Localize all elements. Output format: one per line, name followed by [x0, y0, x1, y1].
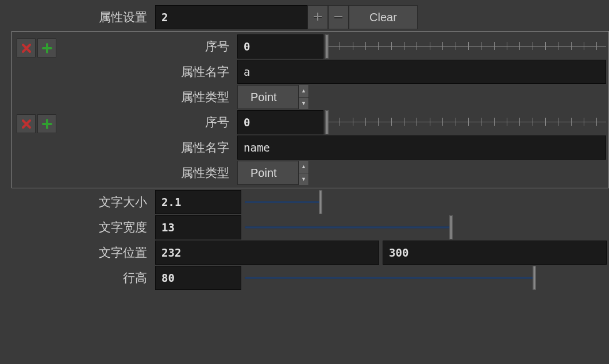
- text-size-input[interactable]: [155, 190, 241, 214]
- minus-icon: [334, 13, 343, 22]
- line-height-input[interactable]: [155, 266, 241, 290]
- clear-button[interactable]: Clear: [349, 5, 418, 29]
- attr-name-label: 属性名字: [56, 140, 237, 156]
- add-attr-button[interactable]: [37, 114, 56, 133]
- spinner-icon: ▲▼: [298, 85, 309, 109]
- text-width-row: 文字宽度: [0, 215, 609, 240]
- add-button[interactable]: [307, 5, 328, 29]
- text-width-slider[interactable]: [245, 215, 607, 239]
- attribute-list: 序号 属性名字 属性类型 Point ▲▼: [11, 31, 609, 188]
- line-height-label: 行高: [0, 270, 155, 286]
- subtract-button[interactable]: [328, 5, 349, 29]
- x-icon: [21, 43, 32, 53]
- attr-index-input[interactable]: [237, 34, 323, 59]
- text-size-row: 文字大小: [0, 189, 609, 215]
- remove-attr-button[interactable]: [17, 114, 36, 133]
- attr-index-slider[interactable]: [327, 34, 606, 59]
- text-size-label: 文字大小: [0, 194, 155, 210]
- plus-icon: [42, 43, 52, 53]
- attr-name-input[interactable]: [237, 135, 606, 160]
- text-pos-x-input[interactable]: [155, 241, 379, 265]
- text-pos-row: 文字位置: [0, 240, 609, 265]
- attr-type-select[interactable]: Point ▲▼: [237, 161, 309, 185]
- attr-settings-row: 属性设置 Clear: [0, 5, 609, 30]
- text-width-label: 文字宽度: [0, 219, 155, 235]
- plus-icon: [313, 13, 322, 22]
- plus-icon: [42, 119, 52, 129]
- attr-type-label: 属性类型: [56, 165, 237, 181]
- spinner-icon: ▲▼: [298, 161, 309, 185]
- attr-index-input[interactable]: [237, 110, 323, 134]
- x-icon: [21, 119, 32, 129]
- attr-settings-input[interactable]: [155, 5, 307, 29]
- svg-rect-1: [334, 16, 342, 17]
- text-size-slider[interactable]: [245, 190, 607, 214]
- attribute-entry: 序号 属性名字 属性类型 Point ▲▼: [12, 110, 608, 185]
- attr-index-label: 序号: [56, 114, 237, 130]
- text-pos-y-input[interactable]: [383, 241, 607, 265]
- attr-index-label: 序号: [56, 38, 237, 55]
- attr-name-input[interactable]: [237, 60, 606, 84]
- attr-type-select[interactable]: Point ▲▼: [237, 85, 309, 109]
- attr-type-label: 属性类型: [56, 89, 237, 105]
- attr-settings-label: 属性设置: [0, 9, 155, 25]
- remove-attr-button[interactable]: [17, 38, 36, 57]
- attribute-entry: 序号 属性名字 属性类型 Point ▲▼: [12, 34, 608, 110]
- attr-type-value: Point: [250, 166, 277, 180]
- attr-name-label: 属性名字: [56, 64, 237, 80]
- add-attr-button[interactable]: [37, 38, 56, 57]
- attr-type-value: Point: [250, 91, 277, 104]
- text-pos-label: 文字位置: [0, 245, 155, 261]
- line-height-slider[interactable]: [245, 266, 607, 290]
- line-height-row: 行高: [0, 265, 609, 291]
- attr-index-slider[interactable]: [327, 110, 606, 134]
- text-width-input[interactable]: [155, 215, 241, 239]
